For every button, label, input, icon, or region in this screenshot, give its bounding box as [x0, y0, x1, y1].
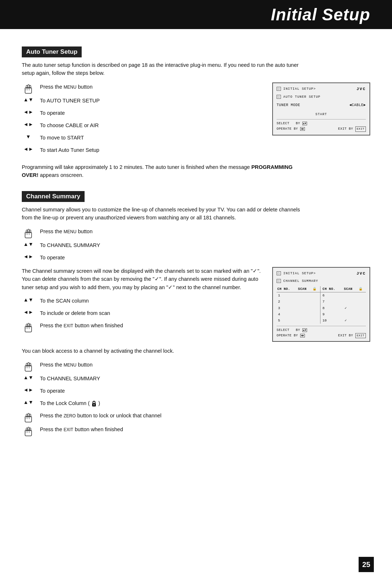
step-to-operate-1: ◄► To operate — [22, 109, 261, 119]
tv-screen-auto-tuner: □ INITIAL SETUP> JVC □ AUTO TUNER SETUP … — [272, 82, 370, 135]
jvc-logo-2: JVC — [356, 271, 366, 277]
lr-arrow-icon-3: ◄► — [22, 146, 35, 151]
channel-steps-1: Press the MENU button ▲▼ To CHANNEL SUMM… — [22, 227, 370, 263]
channel-middle-text: The Channel summary screen will now be d… — [22, 267, 261, 291]
page-number: 25 — [359, 557, 374, 572]
step-text-channel-summary-1: To CHANNEL SUMMARY — [40, 241, 100, 250]
step-text-lock-column: To the Lock Column ( ) — [40, 399, 100, 408]
step-press-menu-3: Press the MENU button — [22, 360, 370, 372]
lr-arrow-icon-4: ◄► — [22, 254, 35, 259]
step-to-channel-summary-1: ▲▼ To CHANNEL SUMMARY — [22, 241, 370, 251]
hand-icon-5 — [22, 411, 35, 423]
lock-steps: Press the MENU button ▲▼ To CHANNEL SUMM… — [22, 360, 370, 437]
svg-rect-17 — [29, 324, 31, 327]
table-row: 510✓ — [277, 317, 366, 324]
svg-rect-24 — [29, 363, 31, 366]
step-to-scan-col: ▲▼ To the SCAN column — [22, 296, 261, 307]
step-press-menu-2: Press the MENU button — [22, 227, 370, 239]
step-press-zero: Press the ZERO button to lock or unlock … — [22, 411, 370, 423]
hand-icon-1 — [22, 82, 35, 94]
screen1-footer: SELECT BY ▲▼ OPERATE BY ◄► EXIT BY EXIT — [277, 119, 366, 131]
screen2-header-left: □ INITIAL SETUP> — [277, 271, 316, 277]
step-press-exit-2: Press the EXIT button when finished — [22, 425, 370, 437]
auto-tuner-intro: The auto tuner setup function is describ… — [22, 61, 305, 77]
screen1-icon: □ INITIAL SETUP> — [277, 86, 316, 93]
step-text-press-exit-2: Press the EXIT button when finished — [40, 425, 123, 434]
step-text-cable-air: To choose CABLE or AIR — [40, 121, 99, 130]
step-text-include-delete: To include or delete from scan — [40, 309, 110, 317]
svg-rect-1 — [26, 85, 28, 88]
step-text-press-menu-1: Press the MENU button — [40, 82, 93, 91]
hand-icon-6 — [22, 425, 35, 437]
auto-tuner-section: Auto Tuner Setup The auto tuner setup fu… — [22, 40, 370, 179]
screen1-subtitle: □ AUTO TUNER SETUP — [277, 94, 366, 100]
step-press-menu-1: Press the MENU button — [22, 82, 261, 94]
table-row: 49 — [277, 311, 366, 317]
svg-rect-33 — [29, 414, 31, 417]
step-to-operate-2: ◄► To operate — [22, 253, 370, 263]
step-text-move-start: To move to START — [40, 133, 84, 142]
step-text-press-menu-3: Press the MENU button — [40, 360, 93, 369]
table-row: 27 — [277, 299, 366, 305]
step-to-auto-tuner: ▲▼ To AUTO TUNER SETUP — [22, 96, 261, 106]
step-move-start: ▼ To move to START — [22, 133, 261, 143]
table-row: 16 — [277, 292, 366, 299]
jvc-logo-1: JVC — [356, 86, 366, 93]
table-row: 38✓ — [277, 305, 366, 311]
screen2-subtitle: □ CHANNEL SUMMARY — [277, 278, 366, 284]
lr-arrow-icon-6: ◄► — [22, 387, 35, 392]
channel-middle-row: The Channel summary screen will now be d… — [22, 267, 370, 342]
screen1-start: START — [277, 112, 366, 117]
step-choose-cable-air: ◄► To choose CABLE or AIR — [22, 121, 261, 131]
channel-summary-heading: Channel Summary — [22, 191, 85, 202]
svg-rect-8 — [26, 230, 28, 233]
step-include-delete: ◄► To include or delete from scan — [22, 309, 261, 319]
auto-tuner-outro: Programming will take approximately 1 to… — [22, 163, 305, 179]
svg-point-29 — [94, 404, 95, 405]
screen2-footer: SELECT BY ▲▼ OPERATE BY ◄► EXIT BY EXIT — [277, 326, 366, 338]
step-press-exit-1: Press the EXIT button when finished — [22, 321, 261, 333]
down-arrow-icon-1: ▼ — [22, 134, 35, 139]
lr-arrow-icon-1: ◄► — [22, 109, 35, 114]
step-text-press-menu-2: Press the MENU button — [40, 227, 93, 236]
hand-icon-4 — [22, 360, 35, 372]
channel-summary-intro: Channel summary allows you to customize … — [22, 206, 305, 222]
step-text-press-zero: Press the ZERO button to lock or unlock … — [40, 411, 162, 420]
updown-arrow-icon-1: ▲▼ — [22, 97, 35, 102]
screen1-tuner-mode: TUNER MODE ◄CABLE► — [277, 102, 366, 108]
step-start-auto-tuner: ◄► To start Auto Tuner Setup — [22, 146, 261, 156]
main-content: Auto Tuner Setup The auto tuner setup fu… — [0, 29, 392, 461]
step-text-start-tuner: To start Auto Tuner Setup — [40, 146, 99, 154]
hand-icon-2 — [22, 227, 35, 239]
channel-middle-text-col: The Channel summary screen will now be d… — [22, 267, 261, 335]
svg-rect-3 — [29, 85, 31, 88]
updown-arrow-icon-4: ▲▼ — [22, 375, 35, 380]
auto-tuner-steps-row: Press the MENU button ▲▼ To AUTO TUNER S… — [22, 82, 370, 158]
tv-screen-channel-summary: □ INITIAL SETUP> JVC □ CHANNEL SUMMARY C… — [272, 267, 370, 342]
hand-icon-3 — [22, 321, 35, 333]
step-text-auto-tuner: To AUTO TUNER SETUP — [40, 96, 100, 105]
svg-rect-38 — [26, 428, 28, 431]
lock-intro: You can block access to a channel by act… — [22, 347, 305, 355]
svg-rect-10 — [29, 230, 31, 233]
auto-tuner-heading: Auto Tuner Setup — [22, 46, 82, 57]
step-text-press-exit-1: Press the EXIT button when finished — [40, 321, 123, 330]
step-to-channel-summary-2: ▲▼ To CHANNEL SUMMARY — [22, 374, 370, 384]
step-text-channel-summary-2: To CHANNEL SUMMARY — [40, 374, 100, 383]
step-to-operate-3: ◄► To operate — [22, 386, 370, 397]
page-header: Initial Setup — [0, 0, 392, 29]
channel-summary-section: Channel Summary Channel summary allows y… — [22, 185, 370, 437]
page-title: Initial Setup — [271, 5, 370, 24]
svg-rect-15 — [26, 324, 28, 327]
svg-rect-40 — [29, 428, 31, 431]
lr-arrow-icon-2: ◄► — [22, 122, 35, 127]
updown-arrow-icon-5: ▲▼ — [22, 400, 35, 405]
updown-arrow-icon-3: ▲▼ — [22, 297, 35, 302]
step-to-lock-column: ▲▼ To the Lock Column ( ) — [22, 399, 370, 409]
auto-tuner-steps: Press the MENU button ▲▼ To AUTO TUNER S… — [22, 82, 261, 158]
updown-arrow-icon-2: ▲▼ — [22, 242, 35, 247]
step-text-scan-col: To the SCAN column — [40, 296, 89, 305]
step-text-operate-2: To operate — [40, 253, 65, 262]
svg-rect-22 — [26, 363, 28, 366]
channel-table: CH NO.SCAN🔒 CH NO.SCAN🔒 16 27 38✓ 49 510… — [277, 286, 366, 324]
